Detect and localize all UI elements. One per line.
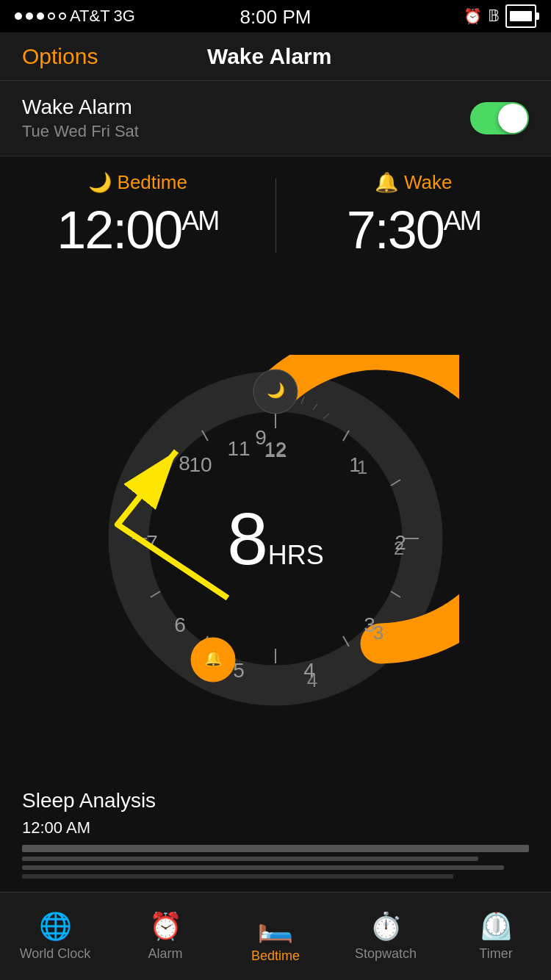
dot5 xyxy=(59,12,66,20)
times-section: 🌙 Bedtime 12:00AM 🔔 Wake 7:30AM xyxy=(0,156,551,267)
alarm-status-icon: ⏰ xyxy=(464,7,482,25)
tab-bedtime[interactable]: 🛏️ Bedtime xyxy=(220,893,331,980)
bedtime-label: 🌙 Bedtime xyxy=(88,171,187,194)
network-label: 3G xyxy=(114,7,135,26)
alarm-icon: ⏰ xyxy=(149,911,182,942)
world-clock-label: World Clock xyxy=(20,946,91,962)
nav-bar: Options Wake Alarm xyxy=(0,32,551,81)
dot1 xyxy=(15,12,22,20)
svg-text:11: 11 xyxy=(227,437,250,460)
sleep-analysis: Sleep Analysis 12:00 AM xyxy=(0,774,551,892)
alarm-row: Wake Alarm Tue Wed Fri Sat xyxy=(0,81,551,156)
alarm-info: Wake Alarm Tue Wed Fri Sat xyxy=(22,96,139,141)
sleep-bar-1 xyxy=(22,845,529,852)
bedtime-label-text: Bedtime xyxy=(118,171,187,194)
bedtime-tab-icon: 🛏️ xyxy=(257,909,294,944)
clock-svg: 12 1 2 3 4 12 1 2 3 4 5 6 7 8 9 10 11 🌙 xyxy=(92,355,459,722)
svg-text:12: 12 xyxy=(264,439,287,461)
svg-text:4: 4 xyxy=(303,659,315,682)
sleep-bar-3 xyxy=(22,865,504,870)
svg-text:7: 7 xyxy=(146,531,158,554)
alarm-days: Tue Wed Fri Sat xyxy=(22,122,139,141)
timer-label: Timer xyxy=(479,946,512,962)
wake-label: 🔔 Wake xyxy=(375,171,453,194)
tab-alarm[interactable]: ⏰ Alarm xyxy=(110,893,220,980)
dot2 xyxy=(26,12,33,20)
dot4 xyxy=(48,12,55,20)
signal-dots xyxy=(15,12,66,20)
toggle-knob xyxy=(498,104,527,133)
alarm-toggle[interactable] xyxy=(470,102,529,134)
bluetooth-icon: 𝔹 xyxy=(488,7,500,26)
sleep-analysis-time: 12:00 AM xyxy=(22,818,529,837)
alarm-label: Alarm xyxy=(148,946,182,962)
bedtime-time: 12:00AM xyxy=(57,200,218,260)
alarm-name: Wake Alarm xyxy=(22,96,139,119)
tab-timer[interactable]: ⏲️ Timer xyxy=(441,893,551,980)
svg-text:1: 1 xyxy=(349,453,361,476)
wake-col[interactable]: 🔔 Wake 7:30AM xyxy=(276,171,552,260)
sleep-bar-2 xyxy=(22,857,478,861)
status-left: AT&T 3G xyxy=(15,7,135,26)
options-button[interactable]: Options xyxy=(22,44,98,69)
sleep-bar-4 xyxy=(22,874,453,879)
battery-icon xyxy=(505,4,536,28)
bedtime-time-value: 12:00 xyxy=(57,201,181,259)
wake-ampm: AM xyxy=(444,206,480,236)
bedtime-handle[interactable]: 🌙 xyxy=(253,370,298,414)
tab-world-clock[interactable]: 🌐 World Clock xyxy=(0,893,110,980)
stopwatch-icon: ⏱️ xyxy=(370,911,403,942)
tab-stopwatch[interactable]: ⏱️ Stopwatch xyxy=(331,893,441,980)
svg-text:🌙: 🌙 xyxy=(267,381,285,399)
svg-text:2: 2 xyxy=(395,531,406,554)
wake-label-text: Wake xyxy=(404,171,453,194)
bedtime-ampm: AM xyxy=(181,206,218,236)
status-right: ⏰ 𝔹 xyxy=(464,4,536,28)
world-clock-icon: 🌐 xyxy=(39,911,72,942)
svg-text:6: 6 xyxy=(174,613,186,636)
status-bar: AT&T 3G 8:00 PM ⏰ 𝔹 xyxy=(0,0,551,32)
wake-time-value: 7:30 xyxy=(347,201,444,259)
svg-text:10: 10 xyxy=(189,453,212,476)
bell-icon: 🔔 xyxy=(375,171,398,194)
svg-text:3: 3 xyxy=(364,613,375,636)
clock-section[interactable]: 12 1 2 3 4 12 1 2 3 4 5 6 7 8 9 10 11 🌙 xyxy=(0,267,551,810)
moon-icon: 🌙 xyxy=(88,171,112,194)
sleep-analysis-title: Sleep Analysis xyxy=(22,789,529,813)
bedtime-col[interactable]: 🌙 Bedtime 12:00AM xyxy=(0,171,276,260)
nav-title: Wake Alarm xyxy=(207,44,332,69)
dot3 xyxy=(37,12,44,20)
wake-time: 7:30AM xyxy=(347,200,480,260)
stopwatch-label: Stopwatch xyxy=(355,946,417,962)
carrier-label: AT&T xyxy=(70,7,110,26)
sleep-bars xyxy=(22,845,529,879)
tab-bar: 🌐 World Clock ⏰ Alarm 🛏️ Bedtime ⏱️ Stop… xyxy=(0,892,551,980)
svg-text:9: 9 xyxy=(255,426,267,449)
bedtime-tab-label: Bedtime xyxy=(251,948,300,964)
timer-icon: ⏲️ xyxy=(480,911,513,942)
svg-text:🔔: 🔔 xyxy=(204,649,223,667)
status-time: 8:00 PM xyxy=(240,6,311,29)
wake-handle[interactable]: 🔔 xyxy=(191,638,235,682)
